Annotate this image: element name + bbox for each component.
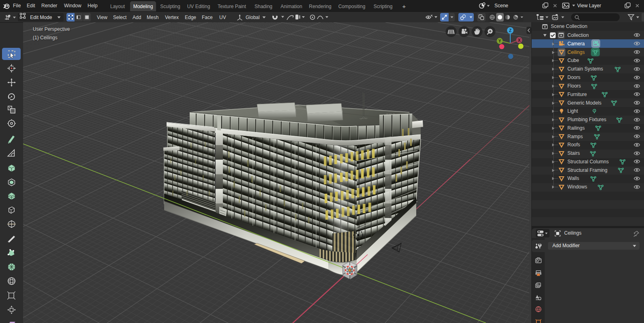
svg-text:(1) Ceilings: (1) Ceilings bbox=[33, 35, 58, 41]
svg-text:User Perspective: User Perspective bbox=[33, 26, 70, 32]
svg-text:Z: Z bbox=[509, 28, 511, 33]
svg-text:X: X bbox=[518, 38, 521, 43]
svg-text:Y: Y bbox=[499, 39, 501, 43]
